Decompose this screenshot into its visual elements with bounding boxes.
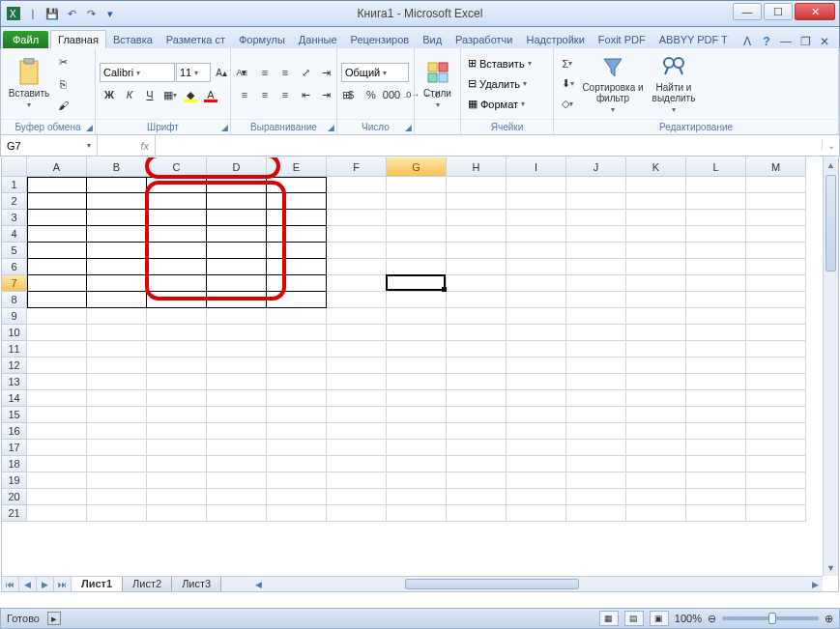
cell[interactable] — [626, 275, 686, 292]
workbook-minimize-icon[interactable]: — — [779, 35, 793, 48]
cell[interactable] — [507, 193, 566, 210]
cell[interactable] — [267, 259, 327, 275]
cell[interactable] — [686, 456, 746, 472]
cell[interactable] — [626, 226, 686, 243]
save-button[interactable]: 💾 — [43, 5, 61, 22]
cell[interactable] — [267, 489, 327, 505]
scroll-down-icon[interactable]: ▼ — [824, 560, 838, 576]
cell[interactable] — [447, 505, 507, 522]
cell[interactable] — [686, 489, 746, 505]
cell[interactable] — [27, 193, 87, 210]
row-header-21[interactable]: 21 — [2, 505, 27, 522]
col-header-C[interactable]: C — [147, 157, 207, 177]
cell[interactable] — [147, 440, 207, 456]
tab-addins[interactable]: Надстройки — [519, 31, 591, 48]
cell[interactable] — [27, 472, 87, 489]
hscroll-thumb[interactable] — [405, 579, 579, 589]
cell[interactable] — [327, 177, 387, 193]
format-cells-button[interactable]: ▦Формат▾ — [465, 95, 535, 114]
cell[interactable] — [686, 341, 746, 357]
cell[interactable] — [387, 243, 447, 259]
cell[interactable] — [447, 193, 507, 210]
cell[interactable] — [87, 456, 147, 472]
cell[interactable] — [267, 275, 327, 292]
cell[interactable] — [566, 456, 626, 472]
cell[interactable] — [387, 505, 447, 522]
cell[interactable] — [327, 275, 387, 292]
cell[interactable] — [87, 440, 147, 456]
bold-button[interactable]: Ж — [100, 85, 119, 104]
cell[interactable] — [746, 226, 806, 243]
cell[interactable] — [566, 374, 626, 390]
scroll-right-icon[interactable]: ▶ — [807, 577, 823, 592]
cell[interactable] — [147, 341, 207, 357]
cell[interactable] — [327, 489, 387, 505]
cell[interactable] — [447, 308, 507, 325]
cell[interactable] — [507, 440, 566, 456]
col-header-D[interactable]: D — [207, 157, 267, 177]
cell[interactable] — [27, 243, 87, 259]
cell[interactable] — [27, 325, 87, 341]
cell[interactable] — [626, 325, 686, 341]
sheet-tab-1[interactable]: Лист1 — [72, 577, 123, 592]
align-bottom-button[interactable]: ≡ — [275, 63, 295, 82]
cell[interactable] — [626, 210, 686, 226]
cell[interactable] — [686, 374, 746, 390]
cell[interactable] — [447, 357, 507, 374]
cell[interactable] — [566, 325, 626, 341]
cell[interactable] — [27, 374, 87, 390]
cell[interactable] — [387, 472, 447, 489]
formula-input[interactable] — [156, 135, 822, 156]
cell[interactable] — [267, 440, 327, 456]
copy-button[interactable]: ⎘ — [53, 74, 72, 94]
tab-layout[interactable]: Разметка ст — [159, 31, 232, 48]
cell[interactable] — [87, 341, 147, 357]
row-header-15[interactable]: 15 — [2, 407, 27, 423]
cell[interactable] — [387, 210, 447, 226]
file-tab[interactable]: Файл — [3, 31, 48, 48]
cell[interactable] — [87, 193, 147, 210]
row-header-17[interactable]: 17 — [2, 440, 27, 456]
minimize-ribbon-icon[interactable]: ᐱ — [740, 35, 754, 48]
cell[interactable] — [327, 325, 387, 341]
cell[interactable] — [626, 374, 686, 390]
cell[interactable] — [387, 259, 447, 275]
cell[interactable] — [207, 259, 267, 275]
cell[interactable] — [207, 407, 267, 423]
cell[interactable] — [267, 210, 327, 226]
cell[interactable] — [207, 325, 267, 341]
cell[interactable] — [686, 357, 746, 374]
col-header-J[interactable]: J — [566, 157, 626, 177]
cell[interactable] — [566, 308, 626, 325]
tab-foxit[interactable]: Foxit PDF — [592, 31, 652, 48]
close-button[interactable]: ✕ — [795, 3, 835, 20]
cell[interactable] — [387, 325, 447, 341]
cell[interactable] — [387, 489, 447, 505]
cell[interactable] — [267, 341, 327, 357]
tab-home[interactable]: Главная — [50, 30, 106, 48]
cell[interactable] — [626, 472, 686, 489]
cell[interactable] — [327, 472, 387, 489]
sheet-nav-next[interactable]: ▶ — [37, 577, 54, 591]
scroll-up-icon[interactable]: ▲ — [824, 157, 838, 173]
tab-abbyy[interactable]: ABBYY PDF T — [652, 31, 735, 48]
cell[interactable] — [207, 472, 267, 489]
zoom-slider-knob[interactable] — [768, 613, 776, 624]
tab-review[interactable]: Рецензиров — [344, 31, 417, 48]
cell[interactable] — [387, 193, 447, 210]
cell[interactable] — [626, 423, 686, 440]
wrap-text-button[interactable]: ⇥ — [316, 63, 335, 82]
cell[interactable] — [327, 407, 387, 423]
cell[interactable] — [87, 472, 147, 489]
cell[interactable] — [27, 259, 87, 275]
help-icon[interactable]: ? — [760, 35, 773, 48]
cell[interactable] — [686, 440, 746, 456]
cell[interactable] — [327, 456, 387, 472]
row-header-9[interactable]: 9 — [2, 308, 27, 325]
cell[interactable] — [327, 423, 387, 440]
cell[interactable] — [626, 341, 686, 357]
cell[interactable] — [507, 308, 566, 325]
cell[interactable] — [27, 177, 87, 193]
cell[interactable] — [507, 456, 566, 472]
cell[interactable] — [87, 374, 147, 390]
